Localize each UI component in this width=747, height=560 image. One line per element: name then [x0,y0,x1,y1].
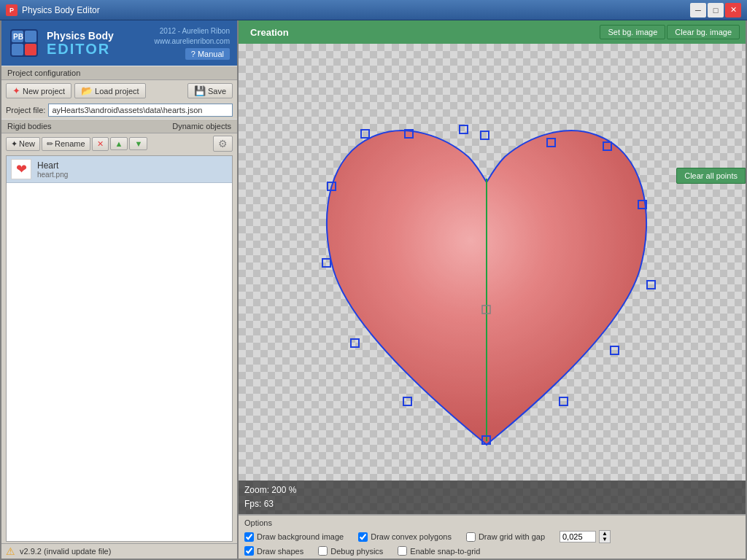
draw-shapes-option[interactable]: Draw shapes [244,546,303,556]
move-down-button[interactable]: ▼ [129,137,147,150]
control-point[interactable] [403,397,411,405]
body-item-info: Heart heart.png [37,160,68,179]
draw-shapes-label: Draw shapes [257,547,303,556]
load-project-button[interactable]: 📂 Load project [74,83,146,98]
project-toolbar: ✦ New project 📂 Load project 💾 Save [1,80,237,101]
info-overlay: Zoom: 200 % Fps: 63 [239,481,746,514]
draw-convex-label: Draw convex polygons [371,532,452,541]
delete-icon: ✕ [97,139,104,149]
heart-container [275,66,698,489]
canvas-top-buttons: Set bg. image Clear bg. image [600,25,740,39]
grid-value-input[interactable] [560,531,596,542]
draw-bg-option[interactable]: Draw background image [244,532,344,542]
debug-physics-option[interactable]: Debug physics [318,546,383,556]
snap-to-grid-option[interactable]: Enable snap-to-grid [398,546,480,556]
new-project-button[interactable]: ✦ New project [6,83,71,98]
zoom-info: Zoom: 200 % Fps: 63 [239,481,746,514]
sidebar: PB Physics Body EDITOR 2012 - Aurelien R… [1,20,239,559]
save-icon: 💾 [194,85,206,96]
canvas-area: Creation Set bg. image Clear bg. image C… [239,20,746,559]
draw-grid-checkbox[interactable] [466,532,476,542]
window-controls: ─ □ ✕ [690,3,741,18]
debug-physics-checkbox[interactable] [318,546,328,556]
delete-body-button[interactable]: ✕ [92,137,109,151]
list-item[interactable]: ❤ Heart heart.png [7,156,232,183]
options-title: Options [244,518,740,527]
minimize-button[interactable]: ─ [690,3,706,18]
creation-label: Creation [244,24,295,41]
spinner-down-button[interactable]: ▼ [600,537,610,542]
options-row-2: Draw shapes Debug physics Enable snap-to… [244,546,740,556]
body-item-name: Heart [37,160,68,171]
up-arrow-icon: ▲ [115,139,123,148]
set-bg-image-button[interactable]: Set bg. image [600,25,665,39]
rename-body-button[interactable]: ✏ Rename [42,137,90,151]
move-up-button[interactable]: ▲ [110,137,128,150]
close-button[interactable]: ✕ [725,3,741,18]
settings-button[interactable]: ⚙ [213,136,233,152]
status-text: v2.9.2 (invalid update file) [20,547,111,556]
svg-rect-2 [25,31,36,42]
add-icon: ✦ [11,139,18,149]
logo-subtitle: EDITOR [47,42,147,56]
snap-to-grid-checkbox[interactable] [398,546,407,556]
draw-grid-option[interactable]: Draw grid with gap [466,532,545,542]
logo-area: PB Physics Body EDITOR 2012 - Aurelien R… [1,20,237,66]
options-row: Draw background image Draw convex polygo… [244,530,740,543]
draw-convex-option[interactable]: Draw convex polygons [358,532,452,542]
status-bar: ⚠ v2.9.2 (invalid update file) [1,543,237,559]
rename-icon: ✏ [47,139,53,149]
new-body-button[interactable]: ✦ New [6,137,40,151]
grid-value-spinner[interactable]: ▲ ▼ [599,530,611,543]
heart-svg [275,66,698,489]
content-area: PB Physics Body EDITOR 2012 - Aurelien R… [1,20,746,559]
svg-text:PB: PB [13,33,23,41]
grid-value-container: ▲ ▼ [560,530,611,543]
options-bar: Options Draw background image Draw conve… [239,514,746,559]
manual-button[interactable]: ? Manual [185,48,230,60]
canvas-viewport[interactable]: Clear all points [239,44,746,514]
control-point[interactable] [460,125,468,133]
main-window: PB Physics Body EDITOR 2012 - Aurelien R… [0,20,747,560]
canvas-top-bar: Creation Set bg. image Clear bg. image [239,20,746,44]
project-file-input[interactable] [48,104,233,117]
body-list: ❤ Heart heart.png [6,155,233,542]
draw-shapes-checkbox[interactable] [244,546,254,556]
new-icon: ✦ [12,85,20,96]
body-item-file: heart.png [37,171,68,179]
logo-year: 2012 - Aurelien Ribon [160,26,230,36]
zoom-text: Zoom: 200 % [244,483,740,497]
maximize-button[interactable]: □ [708,3,724,18]
control-point[interactable] [647,281,655,289]
title-bar: P Physics Body Editor ─ □ ✕ [0,0,747,20]
logo-icon: PB [9,28,39,58]
logo-text-area: Physics Body EDITOR [47,30,147,56]
snap-to-grid-label: Enable snap-to-grid [410,547,480,556]
control-point[interactable] [322,259,330,267]
save-project-button[interactable]: 💾 Save [187,83,233,98]
heart-icon: ❤ [16,161,27,177]
svg-rect-3 [12,44,23,55]
svg-rect-4 [25,44,36,55]
debug-physics-label: Debug physics [330,547,383,556]
control-point[interactable] [481,131,489,139]
control-point[interactable] [361,130,369,138]
control-point[interactable] [351,339,359,347]
logo-info-area: 2012 - Aurelien Ribon www.aurelienribon.… [155,26,230,60]
project-section-header: Project configuration [1,66,237,80]
dynamic-objects-title: Dynamic objects [172,122,231,131]
draw-bg-checkbox[interactable] [244,532,254,542]
draw-convex-checkbox[interactable] [358,532,368,542]
control-point[interactable] [560,397,568,405]
settings-icon: ⚙ [218,138,228,149]
body-item-icon: ❤ [11,159,31,179]
down-arrow-icon: ▼ [134,139,142,148]
app-icon: P [6,4,18,16]
draw-grid-label: Draw grid with gap [479,532,545,541]
project-file-row: Project file: [1,101,237,119]
logo-title: Physics Body [47,30,147,42]
load-icon: 📂 [81,85,93,96]
warning-icon: ⚠ [6,545,15,557]
control-point[interactable] [611,346,619,354]
clear-bg-image-button[interactable]: Clear bg. image [667,25,740,39]
